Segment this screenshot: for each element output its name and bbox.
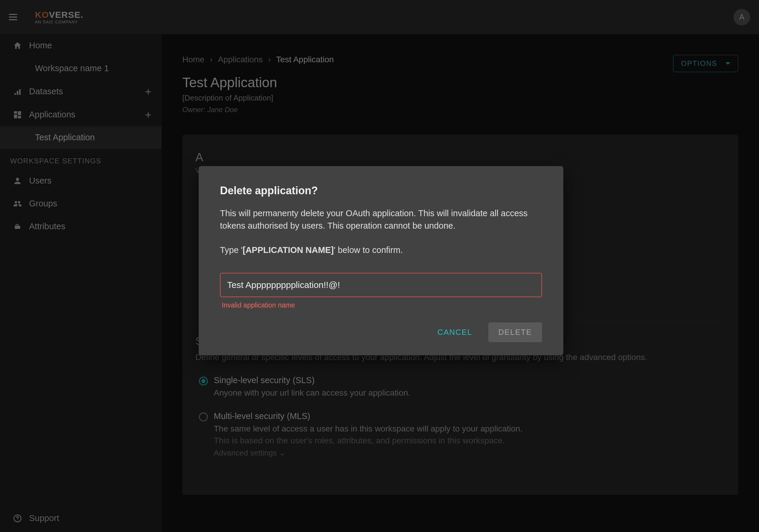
delete-button[interactable]: DELETE [488,322,542,342]
dialog-actions: CANCEL DELETE [220,322,542,342]
cancel-button[interactable]: CANCEL [427,322,482,342]
confirm-name-input[interactable] [220,273,542,297]
delete-application-dialog: Delete application? This will permanenty… [199,166,563,355]
confirm-app-name: [APPLICATION NAME] [243,245,334,255]
confirm-suffix: ' below to confirm. [334,245,403,255]
confirm-prefix: Type ' [220,245,243,255]
dialog-title: Delete application? [220,184,542,197]
dialog-confirm-instruction: Type '[APPLICATION NAME]' below to confi… [220,244,542,256]
dialog-body: This will permanenty delete your OAuth a… [220,207,542,232]
error-message: Invalid application name [222,301,542,309]
